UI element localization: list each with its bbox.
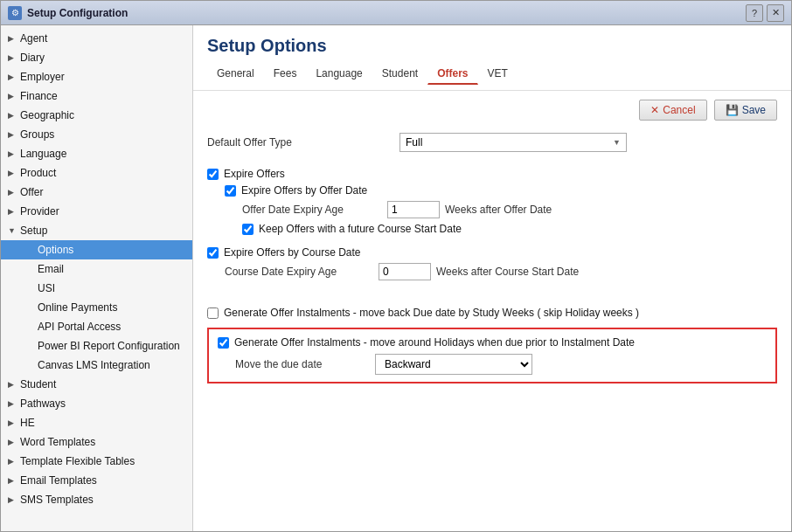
sidebar: ▶ Agent ▶ Diary ▶ Employer ▶ Finance ▶ G… bbox=[1, 25, 193, 531]
panel-title: Setup Options bbox=[207, 36, 777, 56]
cancel-button[interactable]: ✕ Cancel bbox=[639, 100, 706, 121]
arrow-icon: ▶ bbox=[8, 495, 20, 504]
sidebar-item-template-flexible[interactable]: ▶ Template Flexible Tables bbox=[1, 452, 192, 471]
sidebar-item-label: USI bbox=[38, 282, 55, 294]
course-date-expiry-unit: Weeks after Course Start Date bbox=[436, 266, 579, 278]
sidebar-item-pathways[interactable]: ▶ Pathways bbox=[1, 394, 192, 413]
keep-future-course-checkbox[interactable] bbox=[242, 224, 254, 235]
keep-future-course-label: Keep Offers with a future Course Start D… bbox=[259, 223, 462, 235]
default-offer-type-dropdown[interactable]: Full bbox=[399, 133, 627, 152]
move-due-date-row: Move the due date Backward Forward bbox=[218, 354, 767, 375]
main-window: ⚙ Setup Configuration ? ✕ ▶ Agent ▶ Diar… bbox=[0, 0, 792, 532]
move-due-date-select[interactable]: Backward Forward bbox=[375, 354, 532, 375]
sidebar-item-sms-templates[interactable]: ▶ SMS Templates bbox=[1, 490, 192, 509]
keep-future-course-row: Keep Offers with a future Course Start D… bbox=[207, 223, 777, 235]
arrow-icon: ▶ bbox=[8, 92, 20, 100]
sidebar-item-label: Options bbox=[38, 244, 73, 256]
tab-fees[interactable]: Fees bbox=[264, 63, 307, 85]
sidebar-item-agent[interactable]: ▶ Agent bbox=[1, 29, 192, 48]
generate-instalments-holiday-label: Generate Offer Instalments - move around… bbox=[234, 336, 635, 349]
sidebar-item-usi[interactable]: USI bbox=[1, 279, 192, 298]
expire-by-offer-date-label: Expire Offers by Offer Date bbox=[241, 184, 367, 197]
offer-date-expiry-row: Offer Date Expiry Age Weeks after Offer … bbox=[207, 201, 777, 218]
offer-date-expiry-input[interactable] bbox=[387, 201, 440, 218]
offer-date-expiry-unit: Weeks after Offer Date bbox=[445, 204, 552, 216]
arrow-icon: ▶ bbox=[8, 34, 20, 43]
sidebar-item-setup[interactable]: ▼ Setup bbox=[1, 221, 192, 240]
sidebar-item-api-portal[interactable]: API Portal Access bbox=[1, 317, 192, 336]
expire-by-offer-date-row: Expire Offers by Offer Date bbox=[207, 184, 777, 197]
expire-offers-checkbox[interactable] bbox=[207, 169, 219, 180]
offer-date-expiry-label: Offer Date Expiry Age bbox=[242, 204, 382, 216]
cancel-label: Cancel bbox=[663, 104, 695, 116]
arrow-icon: ▶ bbox=[8, 73, 20, 81]
sidebar-item-label: API Portal Access bbox=[38, 321, 121, 333]
title-bar-buttons: ? ✕ bbox=[746, 4, 784, 22]
arrow-icon: ▶ bbox=[8, 399, 20, 408]
sidebar-item-geographic[interactable]: ▶ Geographic bbox=[1, 106, 192, 125]
generate-instalments-holiday-checkbox[interactable] bbox=[218, 337, 229, 349]
generate-instalments-label: Generate Offer Instalments - move back D… bbox=[224, 307, 639, 319]
sidebar-item-email[interactable]: Email bbox=[1, 259, 192, 279]
sidebar-item-label: Employer bbox=[20, 71, 65, 83]
arrow-icon: ▶ bbox=[8, 418, 20, 427]
generate-instalments-checkbox[interactable] bbox=[207, 307, 219, 319]
default-offer-type-row: Default Offer Type Full bbox=[207, 133, 777, 152]
tab-vet[interactable]: VET bbox=[478, 63, 518, 85]
tabs-container: General Fees Language Student Offers VET bbox=[207, 63, 777, 85]
tab-student[interactable]: Student bbox=[372, 63, 427, 85]
expire-by-course-date-row: Expire Offers by Course Date bbox=[207, 246, 777, 259]
window-title: Setup Configuration bbox=[27, 7, 746, 19]
panel-body: ✕ Cancel 💾 Save Default Offer Type Full bbox=[193, 91, 791, 531]
sidebar-item-label: Setup bbox=[20, 225, 47, 237]
expire-by-course-date-checkbox[interactable] bbox=[207, 247, 219, 259]
sidebar-item-offer[interactable]: ▶ Offer bbox=[1, 183, 192, 202]
arrow-icon: ▶ bbox=[8, 380, 20, 389]
arrow-icon: ▶ bbox=[8, 53, 20, 62]
sidebar-item-canvas-lms[interactable]: Canvas LMS Integration bbox=[1, 356, 192, 375]
sidebar-item-employer[interactable]: ▶ Employer bbox=[1, 67, 192, 86]
sidebar-item-label: Diary bbox=[20, 52, 45, 64]
sidebar-item-label: Online Payments bbox=[38, 301, 117, 314]
sidebar-item-he[interactable]: ▶ HE bbox=[1, 413, 192, 432]
save-button[interactable]: 💾 Save bbox=[714, 100, 777, 121]
right-panel: Setup Options General Fees Language Stud… bbox=[193, 25, 791, 531]
toolbar: ✕ Cancel 💾 Save bbox=[207, 100, 777, 121]
tab-general[interactable]: General bbox=[207, 63, 264, 85]
sidebar-item-label: Offer bbox=[20, 186, 43, 198]
sidebar-item-label: Language bbox=[20, 148, 66, 160]
close-button[interactable]: ✕ bbox=[767, 4, 784, 22]
sidebar-item-power-bi[interactable]: Power BI Report Configuration bbox=[1, 336, 192, 356]
sidebar-item-email-templates[interactable]: ▶ Email Templates bbox=[1, 471, 192, 490]
move-due-date-label: Move the due date bbox=[218, 358, 375, 370]
sidebar-item-label: Word Templates bbox=[20, 436, 95, 448]
sidebar-item-diary[interactable]: ▶ Diary bbox=[1, 48, 192, 67]
save-label: Save bbox=[742, 104, 766, 116]
sidebar-item-label: Power BI Report Configuration bbox=[38, 340, 180, 352]
sidebar-item-options[interactable]: Options bbox=[1, 240, 192, 259]
expire-by-offer-date-checkbox[interactable] bbox=[225, 185, 236, 197]
sidebar-item-online-payments[interactable]: Online Payments bbox=[1, 298, 192, 317]
sidebar-item-label: HE bbox=[20, 417, 35, 429]
sidebar-item-language[interactable]: ▶ Language bbox=[1, 144, 192, 163]
sidebar-item-label: Agent bbox=[20, 32, 47, 45]
sidebar-item-product[interactable]: ▶ Product bbox=[1, 163, 192, 183]
sidebar-item-label: Student bbox=[20, 378, 56, 390]
sidebar-item-word-templates[interactable]: ▶ Word Templates bbox=[1, 432, 192, 452]
arrow-icon: ▶ bbox=[8, 438, 20, 446]
sidebar-item-student[interactable]: ▶ Student bbox=[1, 375, 192, 394]
arrow-icon: ▶ bbox=[8, 207, 20, 216]
arrow-icon: ▶ bbox=[8, 476, 20, 485]
sidebar-item-groups[interactable]: ▶ Groups bbox=[1, 125, 192, 144]
arrow-icon: ▶ bbox=[8, 149, 20, 158]
sidebar-item-finance[interactable]: ▶ Finance bbox=[1, 86, 192, 106]
tab-offers[interactable]: Offers bbox=[427, 63, 477, 85]
help-button[interactable]: ? bbox=[746, 4, 763, 22]
tab-language[interactable]: Language bbox=[306, 63, 372, 85]
sidebar-item-label: Provider bbox=[20, 205, 59, 218]
sidebar-item-provider[interactable]: ▶ Provider bbox=[1, 202, 192, 221]
sidebar-item-label: Canvas LMS Integration bbox=[38, 359, 150, 371]
panel-header: Setup Options General Fees Language Stud… bbox=[193, 25, 791, 91]
sidebar-item-label: Email bbox=[38, 263, 64, 275]
course-date-expiry-input[interactable] bbox=[379, 263, 431, 280]
